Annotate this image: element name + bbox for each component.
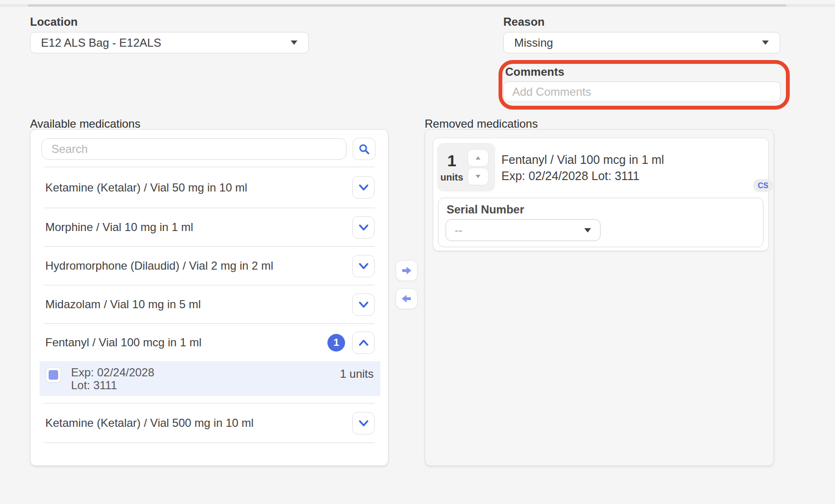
expand-row-button[interactable]	[352, 412, 375, 434]
available-medications-panel: Ketamine (Ketalar) / Vial 50 mg in 10 ml…	[30, 129, 388, 466]
serial-number-select[interactable]: --	[446, 219, 601, 241]
medication-name: Morphine / Vial 10 mg in 1 ml	[45, 221, 345, 234]
chevron-down-icon	[358, 184, 369, 191]
medication-name: Ketamine (Ketalar) / Vial 500 mg in 10 m…	[45, 416, 345, 430]
move-to-removed-button[interactable]	[396, 260, 418, 281]
serial-number-value: --	[455, 223, 578, 237]
available-medications-title: Available medications	[30, 117, 141, 131]
chevron-down-icon	[290, 40, 298, 45]
chevron-down-icon	[358, 301, 369, 308]
med-row-ketamine-50: Ketamine (Ketalar) / Vial 50 mg in 10 ml	[31, 167, 388, 208]
quantity-decrease-button[interactable]	[468, 168, 489, 185]
location-select-value: E12 ALS Bag - E12ALS	[41, 36, 285, 50]
controlled-substance-badge: CS	[753, 179, 773, 192]
location-select[interactable]: E12 ALS Bag - E12ALS	[30, 32, 309, 53]
comments-input[interactable]	[503, 81, 781, 102]
expand-row-button[interactable]	[352, 293, 375, 316]
lot-number: Lot: 3111	[71, 379, 117, 392]
triangle-down-icon	[475, 174, 481, 179]
chevron-down-icon	[358, 420, 369, 427]
reason-select[interactable]: Missing	[503, 32, 780, 53]
stepper-buttons	[468, 149, 489, 185]
med-row-fentanyl: Fentanyl / Vial 100 mcg in 1 ml 1	[31, 324, 388, 361]
expand-row-button[interactable]	[352, 255, 375, 277]
quantity-increase-button[interactable]	[468, 149, 489, 167]
expand-row-button[interactable]	[352, 176, 375, 199]
chevron-up-icon	[358, 339, 369, 346]
chevron-down-icon	[762, 40, 769, 45]
removed-medication-details: Exp: 02/24/2028 Lot: 3111	[501, 169, 640, 183]
transfer-screen: Location E12 ALS Bag - E12ALS Reason Mis…	[0, 0, 835, 504]
lot-checkbox[interactable]	[46, 367, 61, 383]
horizontal-scrollbar-track[interactable]	[0, 4, 835, 7]
checkbox-checked-fill	[49, 370, 58, 380]
medication-list: Ketamine (Ketalar) / Vial 50 mg in 10 ml…	[31, 167, 388, 443]
quantity-value: 1	[437, 152, 467, 169]
medication-name: Hydromorphone (Dilaudid) / Vial 2 mg in …	[45, 259, 345, 272]
lot-info: Exp: 02/24/2028 Lot: 3111	[71, 366, 340, 392]
location-label: Location	[30, 15, 78, 29]
lot-units: 1 units	[340, 367, 374, 381]
lot-exp-date: Exp: 02/24/2028	[71, 366, 154, 379]
reason-select-value: Missing	[514, 36, 756, 50]
chevron-down-icon	[358, 224, 369, 231]
removed-medications-title: Removed medications	[425, 117, 538, 131]
comments-label: Comments	[505, 65, 564, 79]
medication-name: Ketamine (Ketalar) / Vial 50 mg in 10 ml	[45, 181, 345, 194]
chevron-down-icon	[358, 262, 369, 270]
quantity-readout: 1 units	[437, 152, 467, 183]
quantity-unit-label: units	[437, 172, 467, 183]
reason-label: Reason	[503, 15, 545, 29]
chevron-down-icon	[584, 228, 591, 233]
medication-name: Fentanyl / Vial 100 mcg in 1 ml	[45, 336, 320, 349]
arrow-left-icon	[401, 293, 412, 304]
quantity-stepper: 1 units	[437, 143, 495, 192]
med-row-ketamine-500: Ketamine (Ketalar) / Vial 500 mg in 10 m…	[31, 403, 388, 443]
med-row-hydromorphone: Hydromorphone (Dilaudid) / Vial 2 mg in …	[31, 247, 388, 285]
horizontal-scrollbar-thumb[interactable]	[28, 4, 786, 7]
collapse-row-button[interactable]	[352, 332, 375, 354]
move-to-available-button[interactable]	[396, 288, 418, 309]
removed-medication-card: 1 units Fentanyl / Vial 100 mcg in 1 ml …	[433, 138, 769, 251]
selected-count-badge: 1	[327, 334, 345, 352]
removed-medication-name: Fentanyl / Vial 100 mcg in 1 ml	[501, 153, 664, 167]
serial-number-label: Serial Number	[447, 203, 524, 216]
search-button[interactable]	[353, 138, 376, 160]
divider	[44, 443, 375, 443]
search-input[interactable]	[41, 138, 346, 160]
triangle-up-icon	[475, 156, 481, 160]
med-row-morphine: Morphine / Vial 10 mg in 1 ml	[31, 208, 388, 246]
med-row-midazolam: Midazolam / Vial 10 mg in 5 ml	[31, 285, 388, 323]
lot-detail-row: Exp: 02/24/2028 Lot: 3111 1 units	[40, 361, 380, 396]
removed-medications-panel: 1 units Fentanyl / Vial 100 mcg in 1 ml …	[425, 129, 774, 466]
serial-number-section: Serial Number --	[438, 198, 764, 247]
medication-name: Midazolam / Vial 10 mg in 5 ml	[45, 298, 345, 311]
arrow-right-icon	[401, 265, 412, 276]
search-icon	[358, 143, 370, 155]
expand-row-button[interactable]	[352, 216, 375, 239]
